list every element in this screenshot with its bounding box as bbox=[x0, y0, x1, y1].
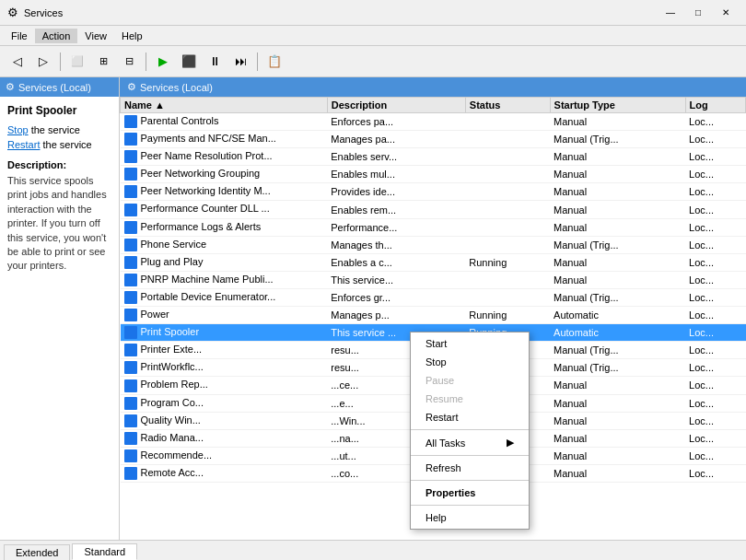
description-label: Description: bbox=[7, 159, 111, 170]
context-menu-item-restart[interactable]: Restart bbox=[411, 408, 529, 426]
menu-file[interactable]: File bbox=[4, 29, 35, 43]
service-icon bbox=[124, 168, 137, 181]
table-row[interactable]: Payments and NFC/SE Man... Manages pa...… bbox=[121, 131, 746, 148]
service-icon bbox=[124, 344, 137, 356]
tab-extended[interactable]: Extended bbox=[4, 544, 70, 560]
table-row[interactable]: Peer Networking Grouping Enables mul... … bbox=[121, 166, 746, 183]
app-icon: ⚙ bbox=[7, 6, 18, 19]
cell-status bbox=[465, 201, 550, 218]
cell-name: Peer Networking Identity M... bbox=[121, 183, 328, 201]
context-menu-item-properties[interactable]: Properties bbox=[411, 484, 529, 502]
context-menu-separator bbox=[411, 429, 529, 430]
cell-status bbox=[465, 183, 550, 201]
cell-desc: Provides ide... bbox=[327, 183, 465, 201]
cell-name: Payments and NFC/SE Man... bbox=[121, 131, 328, 148]
table-row[interactable]: Plug and Play Enables a c... Running Man… bbox=[121, 253, 746, 271]
context-menu-item-start[interactable]: Start bbox=[411, 334, 529, 353]
cell-desc: This service... bbox=[327, 271, 465, 288]
close-button[interactable]: ✕ bbox=[713, 4, 739, 22]
menu-action[interactable]: Action bbox=[35, 29, 78, 43]
cell-status bbox=[465, 236, 550, 253]
menu-help[interactable]: Help bbox=[114, 29, 150, 43]
table-row[interactable]: Phone Service Manages th... Manual (Trig… bbox=[121, 236, 746, 253]
service-icon bbox=[124, 291, 137, 304]
cell-desc: Enables rem... bbox=[327, 201, 465, 218]
stop-suffix: the service bbox=[29, 124, 80, 135]
tab-standard[interactable]: Standard bbox=[72, 543, 137, 560]
service-icon bbox=[124, 274, 137, 286]
table-row[interactable]: Performance Counter DLL ... Enables rem.… bbox=[121, 201, 746, 218]
cell-name: Peer Networking Grouping bbox=[121, 166, 328, 183]
table-row[interactable]: Peer Name Resolution Prot... Enables ser… bbox=[121, 148, 746, 166]
cell-log: Loc... bbox=[685, 201, 745, 218]
cell-startup: Manual bbox=[550, 113, 685, 131]
context-menu-item-resume: Resume bbox=[411, 390, 529, 408]
cell-name: Performance Counter DLL ... bbox=[121, 201, 328, 218]
toolbar-refresh[interactable]: ⊞ bbox=[91, 50, 115, 74]
context-menu-item-refresh[interactable]: Refresh bbox=[411, 459, 529, 477]
cell-startup: Automatic bbox=[550, 324, 685, 342]
table-row[interactable]: Portable Device Enumerator... Enforces g… bbox=[121, 288, 746, 306]
toolbar-up[interactable]: ⬜ bbox=[65, 50, 89, 74]
toolbar-pause[interactable]: ⏸ bbox=[203, 50, 227, 74]
toolbar-start[interactable]: ▶ bbox=[151, 50, 175, 74]
cell-startup: Manual bbox=[550, 464, 685, 482]
context-menu-item-stop[interactable]: Stop bbox=[411, 353, 529, 371]
cell-log: Loc... bbox=[685, 113, 745, 131]
selected-service-name: Print Spooler bbox=[7, 104, 111, 117]
col-name[interactable]: Name ▲ bbox=[121, 98, 328, 113]
cell-log: Loc... bbox=[685, 131, 745, 148]
cell-startup: Manual bbox=[550, 412, 685, 429]
cell-startup: Manual (Trig... bbox=[550, 288, 685, 306]
cell-log: Loc... bbox=[685, 307, 745, 324]
context-menu-item-pause: Pause bbox=[411, 371, 529, 390]
cell-name: Performance Logs & Alerts bbox=[121, 218, 328, 236]
table-header-row: Name ▲ Description Status Startup Type L… bbox=[121, 98, 746, 113]
context-menu-item-help[interactable]: Help bbox=[411, 508, 529, 527]
description-text: This service spools print jobs and handl… bbox=[7, 174, 111, 274]
context-menu-separator bbox=[411, 480, 529, 481]
context-menu-item-all-tasks[interactable]: All Tasks▶ bbox=[411, 433, 529, 452]
table-row[interactable]: Peer Networking Identity M... Provides i… bbox=[121, 183, 746, 201]
cell-log: Loc... bbox=[685, 394, 745, 412]
table-row[interactable]: PNRP Machine Name Publi... This service.… bbox=[121, 271, 746, 288]
toolbar-restart[interactable]: ⏭ bbox=[228, 50, 252, 74]
col-description[interactable]: Description bbox=[327, 98, 465, 113]
table-row[interactable]: Power Manages p... Running Automatic Loc… bbox=[121, 307, 746, 324]
service-icon bbox=[124, 133, 137, 146]
maximize-button[interactable]: □ bbox=[685, 4, 711, 22]
cell-name: Printer Exte... bbox=[121, 342, 328, 359]
left-panel-content: Print Spooler Stop the service Restart t… bbox=[0, 97, 119, 281]
cell-startup: Manual bbox=[550, 166, 685, 183]
cell-desc: Manages th... bbox=[327, 236, 465, 253]
col-status[interactable]: Status bbox=[465, 98, 550, 113]
cell-status bbox=[465, 288, 550, 306]
cell-startup: Manual bbox=[550, 447, 685, 464]
cell-name: Portable Device Enumerator... bbox=[121, 288, 328, 306]
right-panel-icon: ⚙ bbox=[127, 81, 136, 93]
service-icon bbox=[124, 432, 137, 445]
table-row[interactable]: Parental Controls Enforces pa... Manual … bbox=[121, 113, 746, 131]
cell-status bbox=[465, 148, 550, 166]
toolbar-stop[interactable]: ⬛ bbox=[177, 50, 201, 74]
toolbar-back[interactable]: ◁ bbox=[6, 50, 29, 74]
col-startup[interactable]: Startup Type bbox=[550, 98, 685, 113]
minimize-button[interactable]: — bbox=[658, 4, 683, 22]
service-icon bbox=[124, 449, 137, 462]
title-bar-title: Services bbox=[24, 7, 63, 18]
service-icon bbox=[124, 204, 137, 216]
cell-name: Remote Acc... bbox=[121, 464, 328, 482]
col-log[interactable]: Log bbox=[685, 98, 745, 113]
service-icon bbox=[124, 185, 137, 198]
stop-service-link[interactable]: Stop bbox=[7, 124, 29, 135]
toolbar-properties[interactable]: 📋 bbox=[262, 50, 286, 74]
toolbar-export[interactable]: ⊟ bbox=[117, 50, 141, 74]
table-row[interactable]: Performance Logs & Alerts Performance...… bbox=[121, 218, 746, 236]
service-icon bbox=[124, 256, 137, 269]
restart-service-link[interactable]: Restart bbox=[7, 139, 40, 150]
left-panel-header-title: Services (Local) bbox=[18, 82, 91, 93]
context-menu: StartStopPauseResumeRestartAll Tasks▶Ref… bbox=[410, 332, 530, 530]
menu-view[interactable]: View bbox=[77, 29, 114, 43]
cell-name: Power bbox=[121, 307, 328, 324]
toolbar-forward[interactable]: ▷ bbox=[31, 50, 55, 74]
